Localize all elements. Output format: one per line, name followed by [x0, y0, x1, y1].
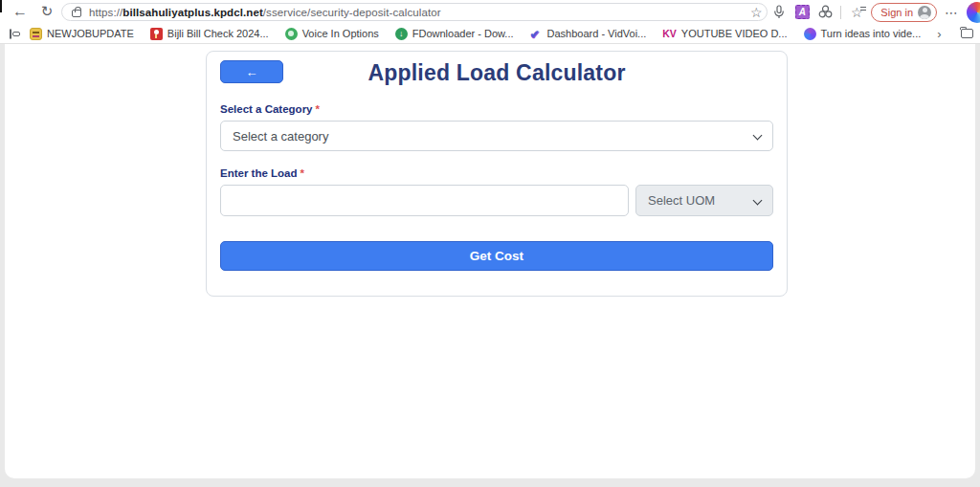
bookmark-voice-in-options[interactable]: Voice In Options — [285, 28, 379, 40]
voice-in-favicon — [285, 28, 298, 40]
address-bar[interactable]: https://billsahuliyatplus.kpdcl.net/sser… — [61, 3, 768, 21]
bookmark-youtube-video[interactable]: KV YOUTUBE VIDEO D... — [662, 28, 787, 40]
fdownloader-favicon: ↓ — [395, 28, 408, 40]
bookmark-fdownloader[interactable]: ↓ FDownloader - Dow... — [395, 28, 514, 40]
page-url[interactable]: https://billsahuliyatplus.kpdcl.net/sser… — [89, 7, 441, 18]
bookmark-turn-ideas[interactable]: Turn ideas into vide... — [804, 28, 922, 40]
copilot-icon[interactable] — [967, 2, 980, 23]
load-label: Enter the Load* — [220, 167, 773, 179]
bookmarks-bar: NEWJOBUPDATE Bijli Bill Check 2024... Vo… — [0, 24, 980, 44]
favorite-star-icon[interactable]: ☆ — [745, 2, 768, 23]
bookmarks-overflow-chevron-icon[interactable]: › — [937, 27, 941, 41]
bookmark-label: FDownloader - Dow... — [412, 28, 514, 39]
required-asterisk: * — [316, 103, 320, 115]
category-label: Select a Category* — [220, 103, 773, 115]
toolbar-separator — [840, 6, 841, 19]
applied-load-calculator-card: ← Applied Load Calculator Select a Categ… — [206, 51, 788, 297]
sign-in-button[interactable]: Sign in — [871, 3, 937, 22]
favorites-list-icon[interactable]: ☆ — [845, 2, 868, 23]
bookmark-label: YOUTUBE VIDEO D... — [681, 28, 788, 39]
bijli-favicon — [150, 28, 163, 40]
screen-edge-artifact — [0, 0, 2, 12]
site-security-lock-icon[interactable] — [72, 10, 81, 17]
bookmark-label: Turn ideas into vide... — [821, 28, 922, 39]
extension-a-letter: A — [795, 5, 810, 19]
bookmark-label: Bijli Bill Check 2024... — [167, 28, 269, 39]
profile-avatar — [918, 6, 931, 19]
bookmark-label: Dashboard - VidVoi... — [547, 28, 647, 39]
sidebar-apps-icon[interactable] — [10, 29, 11, 39]
microphone-icon[interactable] — [768, 2, 791, 23]
toolbar-right-icons: ☆ A ☆ Sign in ⋯ — [745, 0, 980, 24]
bookmark-label: NEWJOBUPDATE — [47, 28, 134, 39]
bookmark-label: Voice In Options — [302, 28, 379, 39]
page-title: Applied Load Calculator — [220, 60, 773, 86]
browser-back-icon[interactable]: ← — [10, 1, 31, 22]
get-cost-button[interactable]: Get Cost — [220, 241, 773, 271]
chevron-down-icon — [753, 131, 763, 141]
browser-menu-icon[interactable]: ⋯ — [940, 2, 963, 23]
newjobupdate-favicon — [30, 28, 42, 40]
favorites-list-lines — [860, 7, 866, 11]
uom-select[interactable]: Select UOM — [635, 185, 773, 216]
uom-select-value: Select UOM — [648, 193, 715, 208]
folder-icon — [961, 29, 973, 38]
other-favorites-button[interactable]: Other favorites — [961, 28, 980, 39]
kv-favicon: KV — [662, 28, 677, 40]
category-select-value: Select a category — [233, 129, 328, 144]
extension-a-icon[interactable]: A — [791, 2, 813, 23]
load-input[interactable] — [220, 185, 629, 216]
load-input-row: Select UOM — [220, 185, 773, 216]
dashboard-favicon: ✔ — [530, 28, 543, 40]
required-asterisk: * — [301, 167, 304, 179]
sign-in-label: Sign in — [880, 7, 913, 18]
category-select[interactable]: Select a category — [220, 121, 773, 151]
bookmark-bijli-bill-check[interactable]: Bijli Bill Check 2024... — [150, 28, 269, 40]
reload-icon[interactable]: ↻ — [36, 1, 57, 22]
webpage-viewport: ← Applied Load Calculator Select a Categ… — [5, 44, 975, 478]
browser-toolbar: ← ↻ https://billsahuliyatplus.kpdcl.net/… — [0, 0, 980, 24]
bookmark-newjobupdate[interactable]: NEWJOBUPDATE — [30, 28, 134, 40]
turn-ideas-favicon — [804, 28, 816, 40]
browser-window: ← ↻ https://billsahuliyatplus.kpdcl.net/… — [0, 0, 980, 487]
bookmark-dashboard-vidvoi[interactable]: ✔ Dashboard - VidVoi... — [530, 28, 647, 40]
chevron-down-icon — [753, 196, 763, 206]
card-header: ← Applied Load Calculator — [220, 60, 773, 89]
extensions-cluster-icon[interactable] — [813, 2, 836, 23]
